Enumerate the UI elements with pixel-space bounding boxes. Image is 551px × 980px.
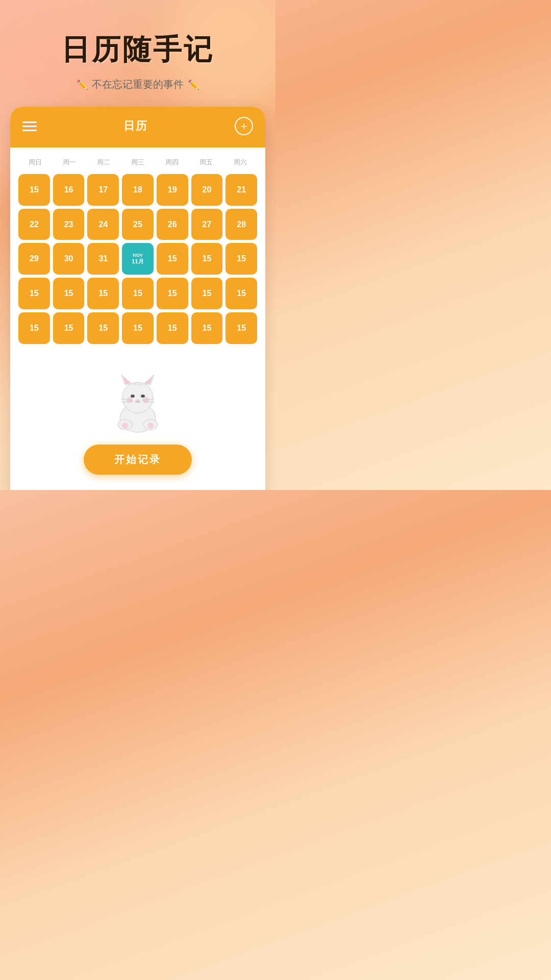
calendar-title: 日历 (123, 118, 148, 134)
day-cell[interactable]: 18 (122, 174, 154, 206)
day-cell[interactable]: 19 (157, 174, 188, 206)
weekday-fri: 周五 (189, 156, 223, 169)
weekday-tue: 周二 (87, 156, 121, 169)
day-cell[interactable]: 15 (18, 312, 50, 344)
day-cell[interactable]: 15 (18, 278, 50, 309)
calendar-header: 日历 ＋ (10, 107, 265, 148)
app-title: 日历随手记 (0, 0, 276, 69)
day-cell[interactable]: 16 (53, 174, 85, 206)
weekday-wed: 周三 (121, 156, 155, 169)
day-cell[interactable]: 29 (18, 243, 50, 275)
day-cell[interactable]: 28 (226, 209, 257, 240)
add-event-button[interactable]: ＋ (235, 117, 253, 135)
svg-point-7 (141, 395, 145, 398)
day-cell[interactable]: 26 (157, 209, 188, 240)
subtitle-icon-left: ✏️ (77, 79, 88, 90)
svg-point-17 (122, 423, 128, 429)
day-cell[interactable]: 15 (122, 278, 154, 309)
weekday-sun: 周日 (18, 156, 53, 169)
day-cell[interactable]: 15 (226, 278, 257, 309)
app-subtitle: ✏️ 不在忘记重要的事件 ✏️ (0, 78, 276, 91)
day-cell[interactable]: 22 (18, 209, 50, 240)
day-cell[interactable]: 15 (87, 278, 119, 309)
svg-point-6 (131, 395, 135, 398)
day-cell[interactable]: 15 (157, 312, 188, 344)
day-cell[interactable]: 15 (191, 312, 223, 344)
weekdays-row: 周日 周一 周二 周三 周四 周五 周六 (18, 156, 257, 169)
calendar-card: 日历 ＋ 周日 周一 周二 周三 周四 周五 周六 15 16 17 18 19… (10, 107, 265, 490)
cat-illustration (107, 370, 168, 436)
today-month-zh: 11月 (132, 258, 143, 265)
day-cell[interactable]: 17 (87, 174, 119, 206)
svg-point-8 (137, 399, 139, 401)
day-cell[interactable]: 15 (18, 174, 50, 206)
day-cell[interactable]: 15 (53, 312, 85, 344)
day-cell[interactable]: 15 (122, 312, 154, 344)
day-cell[interactable]: 25 (122, 209, 154, 240)
svg-point-1 (122, 382, 153, 413)
weekday-sat: 周六 (223, 156, 257, 169)
start-recording-button[interactable]: 开始记录 (84, 445, 192, 475)
weekday-thu: 周四 (155, 156, 189, 169)
menu-button[interactable] (22, 121, 37, 131)
subtitle-text: 不在忘记重要的事件 (92, 78, 184, 91)
day-cell[interactable]: 24 (87, 209, 119, 240)
day-cell[interactable]: 15 (226, 312, 257, 344)
day-cell[interactable]: 31 (87, 243, 119, 275)
day-cell[interactable]: 15 (191, 243, 223, 275)
weekday-mon: 周一 (53, 156, 87, 169)
today-month: NOV (133, 253, 143, 258)
day-cell[interactable]: 15 (226, 243, 257, 275)
day-cell[interactable]: 15 (191, 278, 223, 309)
subtitle-icon-right: ✏️ (188, 79, 199, 90)
day-cell[interactable]: 20 (191, 174, 223, 206)
calendar-body: 周日 周一 周二 周三 周四 周五 周六 15 16 17 18 19 20 2… (10, 148, 265, 354)
start-button-wrap: 开始记录 (84, 445, 192, 475)
day-cell[interactable]: 30 (53, 243, 85, 275)
days-grid: 15 16 17 18 19 20 21 22 23 24 25 26 27 2… (18, 174, 257, 344)
day-cell[interactable]: 21 (226, 174, 257, 206)
day-cell[interactable]: 23 (53, 209, 85, 240)
day-cell[interactable]: 15 (53, 278, 85, 309)
day-cell[interactable]: 15 (157, 278, 188, 309)
svg-point-18 (147, 423, 154, 429)
day-cell[interactable]: 27 (191, 209, 223, 240)
day-cell[interactable]: 15 (157, 243, 188, 275)
today-cell[interactable]: NOV 11月 (122, 243, 154, 275)
day-cell[interactable]: 15 (87, 312, 119, 344)
